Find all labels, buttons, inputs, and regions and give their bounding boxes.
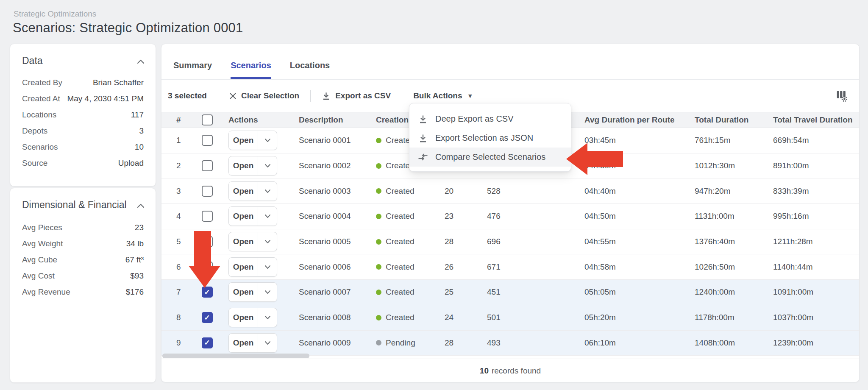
chevron-down-icon[interactable]	[258, 258, 277, 276]
divider	[402, 90, 402, 102]
row-number: 3	[161, 187, 193, 196]
column-header[interactable]: Total Duration	[691, 115, 770, 125]
chevron-down-icon[interactable]	[258, 308, 277, 327]
open-split-button[interactable]: Open	[228, 308, 277, 327]
row-number: 2	[161, 161, 193, 170]
status-label: Pending	[386, 338, 415, 348]
dimensional-field-value: 23	[135, 223, 144, 232]
metric-cell: 451	[479, 287, 577, 297]
record-count: 10	[480, 366, 489, 376]
open-button-label[interactable]: Open	[229, 131, 258, 150]
chevron-down-icon[interactable]	[258, 283, 277, 301]
total-travel-duration-cell: 891h:00m	[770, 161, 859, 170]
open-split-button[interactable]: Open	[228, 156, 277, 176]
column-header[interactable]: Description	[285, 115, 365, 125]
tab-scenarios[interactable]: Scenarios	[231, 61, 271, 79]
status-dot-icon	[376, 138, 381, 143]
total-duration-cell: 1178h:00m	[691, 313, 770, 322]
metric-cell: 671	[479, 262, 577, 272]
column-settings-icon[interactable]	[835, 89, 848, 103]
avg-duration-cell: 04h:40m	[577, 187, 691, 196]
data-field-value: 117	[131, 110, 144, 120]
data-field-value: Brian Schaffer	[93, 78, 144, 87]
menu-item-deep-export-as-csv[interactable]: Deep Export as CSV	[409, 109, 571, 128]
scenario-description: Scenario 0001	[285, 136, 365, 145]
row-checkbox[interactable]	[202, 211, 213, 222]
export-csv-button[interactable]: Export as CSV	[322, 91, 391, 100]
chevron-down-icon[interactable]	[258, 207, 277, 226]
row-checkbox[interactable]	[202, 135, 213, 146]
metric-cell: 28	[437, 237, 479, 246]
scenario-description: Scenario 0004	[285, 212, 365, 221]
bulk-actions-button[interactable]: Bulk Actions ▾	[413, 91, 472, 100]
clear-selection-button[interactable]: Clear Selection	[229, 91, 299, 100]
open-button-label[interactable]: Open	[229, 156, 258, 175]
open-button-label[interactable]: Open	[229, 182, 258, 201]
scenario-description: Scenario 0006	[285, 262, 365, 272]
chevron-up-icon[interactable]	[137, 203, 145, 208]
open-split-button[interactable]: Open	[228, 257, 277, 277]
avg-duration-cell: 04h:58m	[577, 262, 691, 272]
total-duration-cell: 1131h:00m	[691, 212, 770, 221]
chevron-down-icon[interactable]	[258, 131, 277, 150]
data-field-value: May 4, 2030 4:51 PM	[67, 94, 144, 103]
status-dot-icon	[376, 163, 381, 169]
scenario-description: Scenario 0003	[285, 187, 365, 196]
status-cell: Created	[365, 287, 437, 297]
breadcrumb[interactable]: Strategic Optimizations	[14, 9, 96, 19]
chevron-up-icon[interactable]	[137, 59, 145, 64]
data-field-label: Created By	[22, 78, 62, 87]
tab-summary[interactable]: Summary	[173, 61, 212, 79]
chevron-down-icon[interactable]	[258, 334, 277, 352]
column-header[interactable]: Total Travel Duration	[770, 115, 859, 125]
download-icon	[418, 114, 428, 124]
open-split-button[interactable]: Open	[228, 131, 277, 150]
status-dot-icon	[376, 290, 381, 295]
select-all-checkbox[interactable]	[202, 114, 213, 125]
avg-duration-cell: 04h:55m	[577, 237, 691, 246]
open-split-button[interactable]: Open	[228, 232, 277, 251]
row-checkbox[interactable]	[202, 186, 213, 197]
open-split-button[interactable]: Open	[228, 333, 277, 353]
status-dot-icon	[376, 315, 381, 320]
open-button-label[interactable]: Open	[229, 308, 258, 327]
row-checkbox[interactable]: ✓	[202, 312, 213, 323]
column-header[interactable]: Avg Duration per Route	[577, 115, 691, 125]
table-row: 6OpenScenario 0006Created2667104h:58m102…	[161, 254, 859, 280]
data-field-label: Locations	[22, 110, 56, 120]
scenario-description: Scenario 0005	[285, 237, 365, 246]
row-number: 8	[161, 313, 193, 322]
status-label: Created	[386, 212, 415, 221]
column-header[interactable]: #	[161, 115, 193, 125]
menu-item-export-selection-as-json[interactable]: Export Selection as JSON	[409, 128, 571, 148]
column-header[interactable]: Actions	[221, 115, 285, 125]
bulk-actions-menu: Deep Export as CSVExport Selection as JS…	[409, 103, 571, 172]
open-button-label[interactable]: Open	[229, 232, 258, 251]
status-label: Created	[386, 262, 415, 272]
chevron-down-icon[interactable]	[258, 156, 277, 175]
total-travel-duration-cell: 1091h:00m	[770, 287, 859, 297]
column-header[interactable]	[193, 114, 221, 125]
chevron-down-icon[interactable]	[258, 182, 277, 201]
open-split-button[interactable]: Open	[228, 181, 277, 201]
data-field-row: Scenarios10	[22, 139, 144, 155]
status-label: Created	[386, 237, 415, 246]
row-checkbox[interactable]: ✓	[202, 287, 213, 298]
caret-down-icon: ▾	[469, 92, 472, 100]
scenario-description: Scenario 0007	[285, 287, 365, 297]
data-field-row: Depots3	[22, 123, 144, 139]
menu-item-compare-selected-scenarios[interactable]: Compare Selected Scenarios	[409, 148, 571, 167]
open-button-label[interactable]: Open	[229, 258, 258, 276]
status-cell: Created	[365, 187, 437, 196]
row-checkbox[interactable]: ✓	[202, 337, 213, 348]
open-split-button[interactable]: Open	[228, 206, 277, 226]
chevron-down-icon[interactable]	[258, 232, 277, 251]
open-button-label[interactable]: Open	[229, 283, 258, 301]
open-button-label[interactable]: Open	[229, 334, 258, 352]
tab-locations[interactable]: Locations	[290, 61, 330, 79]
open-split-button[interactable]: Open	[228, 282, 277, 302]
status-cell: Created	[365, 212, 437, 221]
horizontal-scrollbar[interactable]	[162, 354, 309, 358]
open-button-label[interactable]: Open	[229, 207, 258, 226]
row-checkbox[interactable]	[202, 160, 213, 171]
